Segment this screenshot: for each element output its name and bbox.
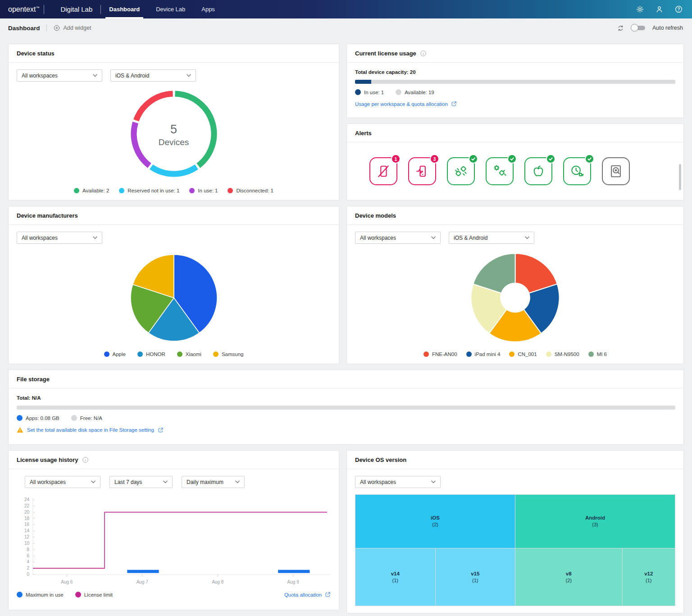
legend-item: Samsung bbox=[213, 351, 244, 357]
file-storage-title: File storage bbox=[17, 376, 50, 383]
license-usage-bar bbox=[355, 80, 675, 84]
help-icon[interactable] bbox=[674, 5, 683, 14]
storage-total-label: Total: N/A bbox=[17, 395, 675, 401]
legend-dot bbox=[189, 188, 195, 193]
treemap-cell-android[interactable]: Android(3) bbox=[515, 495, 675, 548]
device-models-legend: FNE-AN00iPad mini 4CN_001SM-N9500MI 6 bbox=[355, 351, 675, 357]
device-models-widget: Device models All workspaces iOS & Andro… bbox=[346, 206, 684, 364]
os-filter-dropdown[interactable]: iOS & Android bbox=[449, 232, 534, 244]
opentext-logo[interactable]: opentext™ bbox=[8, 0, 44, 18]
alert-tile-license-expiry[interactable] bbox=[563, 157, 591, 185]
product-name: Digital Lab bbox=[60, 0, 92, 18]
device-status-legend: Available: 2Reserved not in use: 1In use… bbox=[17, 188, 331, 193]
svg-text:Aug 8: Aug 8 bbox=[212, 579, 224, 584]
treemap-cell-v15[interactable]: v15(1) bbox=[436, 548, 515, 606]
alert-tile-disk-search[interactable] bbox=[602, 157, 630, 185]
workspace-filter-dropdown[interactable]: All workspaces bbox=[355, 476, 441, 488]
free-legend: Free: N/A bbox=[71, 415, 102, 421]
svg-text:Aug 7: Aug 7 bbox=[137, 579, 149, 584]
legend-dot bbox=[213, 351, 219, 357]
os-filter-dropdown[interactable]: iOS & Android bbox=[110, 69, 196, 82]
workspace-filter-dropdown[interactable]: All workspaces bbox=[17, 232, 102, 244]
device-manufacturers-pie-chart bbox=[129, 253, 219, 343]
treemap-cell-v14[interactable]: v14(1) bbox=[355, 548, 435, 606]
chevron-down-icon bbox=[235, 480, 240, 484]
workspace-filter-dropdown[interactable]: All workspaces bbox=[25, 476, 100, 488]
tab-dashboard[interactable]: Dashboard bbox=[101, 0, 148, 18]
user-icon[interactable] bbox=[655, 5, 664, 14]
alerts-title: Alerts bbox=[355, 130, 372, 137]
donut-segment-in-use[interactable] bbox=[134, 123, 150, 166]
svg-text:18: 18 bbox=[24, 516, 30, 521]
apps-legend: Apps: 0.08 GB bbox=[17, 415, 59, 421]
usage-per-workspace-link[interactable]: Usage per workspace & quota allocation bbox=[355, 101, 675, 107]
alert-count-badge: 1 bbox=[391, 154, 401, 164]
donut-segment-reserved-not-in-use[interactable] bbox=[151, 167, 196, 174]
info-icon[interactable] bbox=[82, 456, 89, 463]
legend-dot bbox=[466, 351, 472, 357]
dashboard-toolbar: Dashboard Add widget Auto refresh bbox=[0, 18, 692, 37]
svg-text:0: 0 bbox=[27, 572, 29, 577]
add-widget-button[interactable]: Add widget bbox=[53, 24, 91, 32]
auto-refresh-label: Auto refresh bbox=[652, 25, 683, 31]
legend-item: In use: 1 bbox=[189, 188, 218, 193]
settings-gear-icon[interactable] bbox=[636, 5, 644, 14]
info-icon[interactable] bbox=[420, 50, 427, 57]
device-status-widget: Device status All workspaces iOS & Andro… bbox=[8, 44, 339, 201]
alert-tile-connector-settings[interactable] bbox=[486, 157, 514, 185]
svg-text:12: 12 bbox=[24, 534, 30, 539]
treemap-cell-ios[interactable]: iOS(2) bbox=[355, 495, 515, 548]
connector-settings-icon bbox=[492, 163, 508, 179]
alert-tile-apple[interactable] bbox=[524, 157, 552, 185]
tab-apps[interactable]: Apps bbox=[193, 0, 223, 18]
nav-tabs: Dashboard Device Lab Apps bbox=[101, 0, 223, 18]
device-manufacturers-widget: Device manufacturers All workspaces Appl… bbox=[8, 206, 339, 364]
donut-segment-disconnected[interactable] bbox=[136, 94, 173, 120]
license-limit-line bbox=[33, 512, 327, 569]
license-history-line-chart: 024681012141618202224Aug 6Aug 7Aug 8Aug … bbox=[17, 494, 331, 590]
device-status-donut-chart: 5 Devices bbox=[126, 86, 222, 183]
external-link-icon bbox=[158, 427, 164, 433]
legend-dot bbox=[546, 351, 551, 357]
device-os-version-widget: Device OS version All workspaces iOS(2)A… bbox=[346, 450, 684, 613]
device-os-title: Device OS version bbox=[355, 456, 406, 463]
treemap-cell-v12[interactable]: v12(1) bbox=[623, 548, 675, 606]
treemap-cell-v8[interactable]: v8(2) bbox=[515, 548, 622, 606]
date-range-dropdown[interactable]: Last 7 days bbox=[109, 476, 173, 488]
legend-item: Xiaomi bbox=[177, 351, 201, 357]
alert-check-badge bbox=[469, 154, 478, 164]
alert-tile-connector[interactable] bbox=[447, 157, 475, 185]
tab-device-lab[interactable]: Device Lab bbox=[148, 0, 193, 18]
quota-allocation-link[interactable]: Quota allocation bbox=[284, 592, 331, 598]
current-license-usage-widget: Current license usage Total device capac… bbox=[346, 44, 684, 118]
svg-text:Aug 6: Aug 6 bbox=[61, 579, 73, 584]
svg-text:Aug 9: Aug 9 bbox=[287, 579, 300, 584]
workspace-filter-dropdown[interactable]: All workspaces bbox=[355, 232, 441, 244]
file-storage-widget: File storage Total: N/A Apps: 0.08 GB Fr… bbox=[8, 370, 684, 445]
refresh-icon[interactable] bbox=[617, 24, 624, 32]
alert-tile-phone-unhealthy[interactable]: 3 bbox=[408, 157, 436, 185]
svg-text:20: 20 bbox=[24, 510, 30, 515]
alert-tile-phone-disconnected[interactable]: 1 bbox=[369, 157, 397, 185]
available-legend: Available: 19 bbox=[396, 89, 434, 95]
svg-text:16: 16 bbox=[24, 522, 30, 527]
alerts-scrollbar[interactable] bbox=[679, 164, 681, 190]
legend-dot bbox=[509, 351, 514, 357]
legend-dot bbox=[423, 351, 429, 357]
legend-dot bbox=[104, 351, 109, 357]
auto-refresh-toggle[interactable] bbox=[631, 24, 646, 32]
workspace-filter-dropdown[interactable]: All workspaces bbox=[17, 69, 102, 82]
warning-icon bbox=[17, 427, 23, 433]
capacity-label: Total device capacity: 20 bbox=[355, 69, 675, 75]
aggregation-dropdown[interactable]: Daily maximum bbox=[182, 476, 245, 488]
legend-item: Reserved not in use: 1 bbox=[119, 188, 179, 193]
donut-segment-available[interactable] bbox=[175, 94, 214, 165]
file-storage-warning-link[interactable]: Set the total available disk space in Fi… bbox=[17, 427, 675, 433]
top-nav: opentext™ Digital Lab Dashboard Device L… bbox=[0, 0, 692, 18]
license-history-title: License usage history bbox=[17, 456, 78, 463]
legend-item: iPad mini 4 bbox=[466, 351, 501, 357]
max-in-use-segment bbox=[127, 570, 159, 573]
svg-text:6: 6 bbox=[27, 553, 29, 558]
file-storage-bar bbox=[17, 406, 675, 410]
legend-item: HONOR bbox=[137, 351, 165, 357]
